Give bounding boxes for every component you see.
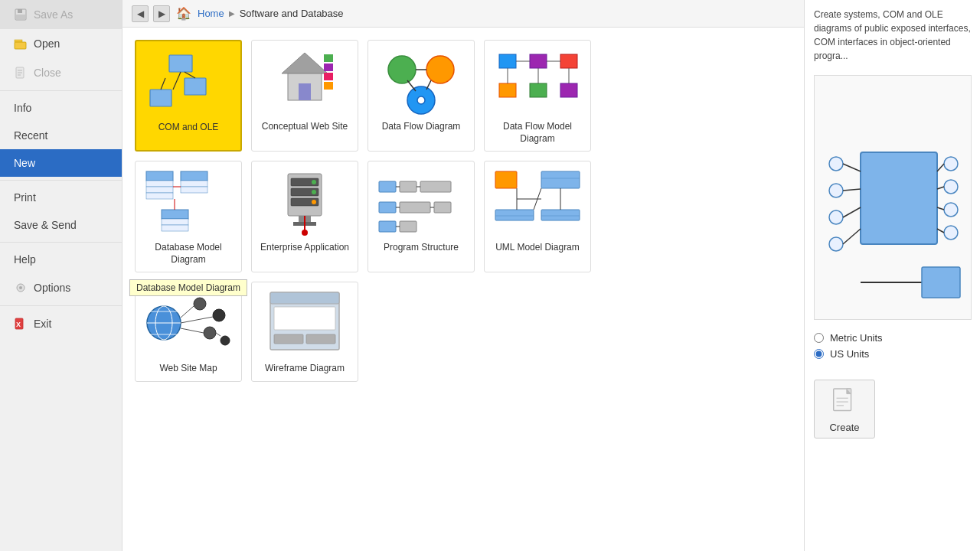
us-label[interactable]: US Units (830, 348, 869, 360)
sidebar-item-options[interactable]: Options (0, 273, 122, 302)
svg-rect-107 (274, 334, 303, 344)
diagram-com-ole[interactable]: COM and OLE (135, 40, 242, 152)
sidebar-recent-label: Recent (14, 129, 47, 142)
diagram-wireframe[interactable]: Wireframe Diagram (251, 282, 358, 382)
breadcrumb-text: Home ▶ Software and Database (198, 8, 344, 19)
svg-point-99 (220, 336, 230, 345)
svg-line-31 (407, 80, 416, 91)
svg-rect-44 (146, 171, 173, 181)
svg-rect-3 (15, 40, 22, 42)
svg-rect-34 (530, 54, 547, 68)
svg-rect-72 (379, 202, 396, 213)
svg-line-17 (185, 72, 195, 78)
svg-rect-85 (541, 210, 580, 220)
diagram-program-structure[interactable]: Program Structure (368, 161, 475, 272)
diagram-database-model-label: Database Model Diagram (136, 242, 241, 266)
back-button[interactable]: ◀ (132, 5, 149, 22)
svg-rect-46 (146, 187, 173, 193)
metric-radio[interactable] (814, 333, 824, 343)
sidebar-item-recent[interactable]: Recent (0, 122, 122, 149)
sidebar: Save As Open Close Info Recent New (0, 0, 122, 551)
diagram-data-flow-label: Data Flow Diagram (377, 121, 466, 133)
sidebar-item-close[interactable]: Close (0, 58, 122, 87)
diagram-uml-model-label: UML Model Diagram (491, 242, 584, 254)
sidebar-item-open[interactable]: Open (0, 29, 122, 58)
sidebar-item-help[interactable]: Help (0, 246, 122, 273)
svg-rect-35 (560, 54, 577, 68)
svg-rect-108 (306, 334, 335, 344)
diagram-conceptual-web-label: Conceptual Web Site (257, 121, 353, 133)
svg-rect-109 (861, 152, 937, 244)
preview-area (814, 75, 972, 320)
us-units-row[interactable]: US Units (814, 348, 971, 360)
diagram-uml-model[interactable]: UML Model Diagram (484, 161, 591, 272)
sidebar-item-info[interactable]: Info (0, 94, 122, 122)
forward-button[interactable]: ▶ (153, 5, 170, 22)
svg-line-101 (181, 317, 213, 323)
svg-point-111 (829, 184, 843, 197)
diagram-grid: COM and OLE Conceptual Web Site (122, 28, 804, 551)
svg-line-102 (181, 328, 204, 333)
sidebar-item-save-as[interactable]: Save As (0, 0, 122, 29)
sidebar-item-print[interactable]: Print (0, 184, 122, 211)
diagram-data-flow[interactable]: Data Flow Diagram (368, 40, 475, 152)
diagram-database-model[interactable]: Database Model Diagram Database Model Di… (135, 161, 242, 272)
diagram-enterprise-app[interactable]: Enterprise Application (251, 161, 358, 272)
svg-rect-33 (499, 54, 516, 68)
svg-rect-15 (150, 90, 172, 106)
breadcrumb: ◀ ▶ 🏠 Home ▶ Software and Database (122, 0, 804, 28)
units-section: Metric Units US Units (814, 332, 971, 364)
sidebar-options-label: Options (34, 282, 70, 294)
svg-point-60 (312, 190, 316, 194)
svg-line-16 (173, 72, 181, 90)
breadcrumb-home[interactable]: Home (198, 8, 224, 19)
svg-rect-36 (499, 83, 516, 97)
diagram-program-structure-thumb (371, 165, 471, 238)
diagram-data-flow-model-label: Data Flow Model Diagram (485, 121, 590, 145)
create-label: Create (829, 422, 859, 433)
diagram-data-flow-model[interactable]: Data Flow Model Diagram (484, 40, 591, 152)
sidebar-item-exit[interactable]: X Exit (0, 309, 122, 338)
right-panel: Create systems, COM and OLE diagrams of … (804, 0, 980, 551)
sidebar-item-save-send[interactable]: Save & Send (0, 211, 122, 239)
metric-label[interactable]: Metric Units (830, 332, 883, 344)
svg-rect-67 (379, 181, 396, 192)
diagram-enterprise-app-label: Enterprise Application (256, 242, 354, 254)
sidebar-info-label: Info (14, 102, 31, 114)
svg-rect-22 (324, 54, 333, 62)
svg-point-66 (302, 230, 308, 236)
diagram-web-site-map-label: Web Site Map (155, 363, 221, 375)
svg-rect-4 (15, 42, 26, 49)
us-radio[interactable] (814, 349, 824, 359)
diagram-data-flow-thumb (371, 44, 471, 117)
diagram-conceptual-web[interactable]: Conceptual Web Site (251, 40, 358, 152)
diagram-com-ole-thumb (139, 45, 238, 118)
create-button[interactable]: Create (814, 380, 875, 439)
svg-rect-2 (16, 15, 25, 19)
svg-rect-83 (495, 210, 534, 220)
svg-point-119 (944, 180, 958, 194)
svg-point-112 (829, 210, 843, 224)
svg-text:X: X (16, 321, 21, 328)
svg-line-18 (161, 78, 165, 90)
svg-line-100 (181, 306, 194, 318)
svg-rect-106 (274, 307, 335, 330)
svg-rect-52 (162, 219, 188, 225)
main-content: ◀ ▶ 🏠 Home ▶ Software and Database (122, 0, 804, 551)
sidebar-sep-2 (0, 180, 122, 181)
svg-rect-69 (420, 181, 451, 192)
svg-point-96 (194, 298, 206, 310)
svg-rect-78 (400, 221, 416, 232)
create-doc-icon (831, 388, 858, 419)
diagram-web-site-map[interactable]: Web Site Map (135, 282, 242, 382)
save-as-icon (14, 8, 28, 21)
metric-units-row[interactable]: Metric Units (814, 332, 971, 344)
sidebar-sep-3 (0, 242, 122, 243)
sidebar-item-new[interactable]: New (0, 149, 122, 177)
breadcrumb-current: Software and Database (240, 8, 344, 19)
sidebar-open-label: Open (34, 37, 60, 50)
svg-rect-14 (185, 78, 206, 95)
diagram-program-structure-label: Program Structure (379, 242, 463, 254)
diagram-uml-model-thumb (488, 165, 587, 238)
svg-point-10 (19, 286, 22, 289)
